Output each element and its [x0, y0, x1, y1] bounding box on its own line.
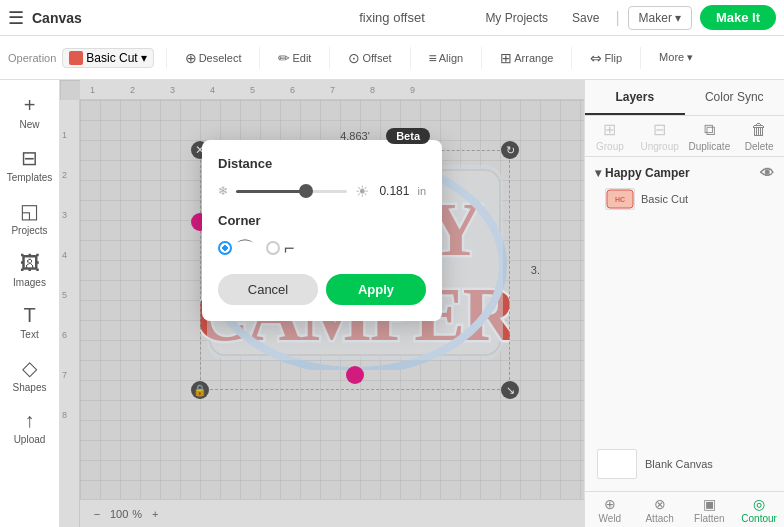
right-panel: Layers Color Sync ⊞ Group ⊟ Ungroup ⧉ Du…: [584, 80, 784, 527]
operation-group: Operation Basic Cut ▾: [8, 48, 167, 68]
arrange-group: ⊞ Arrange: [494, 47, 572, 69]
offset-dialog: Beta Distance ❄ ☀ 0.181 in Corner ⌒: [202, 140, 442, 321]
layer-name: Basic Cut: [641, 193, 688, 205]
sidebar-item-shapes[interactable]: ◇ Shapes: [4, 350, 56, 399]
divider: |: [615, 9, 619, 27]
duplicate-button[interactable]: ⧉ Duplicate: [685, 116, 735, 156]
canvas-area[interactable]: 1 2 3 4 5 6 7 8 9 1 2 3 4 5 6 7 8 4.863': [60, 80, 584, 527]
beta-badge: Beta: [386, 128, 430, 144]
weld-icon: ⊕: [604, 496, 616, 512]
distance-row: ❄ ☀ 0.181 in: [218, 181, 426, 201]
sidebar-images-label: Images: [13, 277, 46, 288]
more-button[interactable]: More ▾: [653, 48, 699, 67]
flip-group: ⇔ Flip: [584, 47, 641, 69]
more-group: More ▾: [653, 48, 711, 67]
top-bar: ☰ Canvas fixing offset My Projects Save …: [0, 0, 784, 36]
dialog-actions: Cancel Apply: [218, 274, 426, 305]
delete-icon: 🗑: [751, 121, 767, 139]
corner-sharp-radio[interactable]: [266, 241, 280, 255]
group-icon: ⊞: [603, 120, 616, 139]
weld-button[interactable]: ⊕ Weld: [585, 492, 635, 527]
corner-round-radio[interactable]: [218, 241, 232, 255]
blank-canvas-thumbnail: [597, 449, 637, 479]
top-right-actions: My Projects Save | Maker ▾ Make It: [477, 5, 776, 30]
offset-group: ⊙ Offset: [342, 47, 410, 69]
corner-options: ⌒ ⌐: [218, 236, 426, 260]
app-title: Canvas: [32, 10, 82, 26]
maker-button[interactable]: Maker ▾: [628, 6, 692, 30]
sidebar-projects-label: Projects: [11, 225, 47, 236]
menu-icon[interactable]: ☰: [8, 7, 24, 29]
flatten-button[interactable]: ▣ Flatten: [685, 492, 735, 527]
layer-item-basic-cut[interactable]: HC Basic Cut: [589, 185, 780, 213]
sidebar-item-templates[interactable]: ⊟ Templates: [4, 140, 56, 189]
doc-title[interactable]: fixing offset: [359, 10, 425, 25]
sidebar-item-upload[interactable]: ↑ Upload: [4, 403, 56, 451]
distance-slider[interactable]: [236, 190, 347, 193]
sidebar-item-images[interactable]: 🖼 Images: [4, 246, 56, 294]
sidebar-item-new[interactable]: + New: [4, 88, 56, 136]
offset-button[interactable]: ⊙ Offset: [342, 47, 397, 69]
sidebar-templates-label: Templates: [7, 172, 53, 183]
apply-button[interactable]: Apply: [326, 274, 426, 305]
images-icon: 🖼: [20, 252, 40, 275]
sidebar-upload-label: Upload: [14, 434, 46, 445]
panel-tabs: Layers Color Sync: [585, 80, 784, 116]
distance-unit: in: [417, 185, 426, 197]
projects-icon: ◱: [20, 199, 39, 223]
ungroup-button[interactable]: ⊟ Ungroup: [635, 116, 685, 156]
left-sidebar: + New ⊟ Templates ◱ Projects 🖼 Images T …: [0, 80, 60, 527]
sidebar-item-projects[interactable]: ◱ Projects: [4, 193, 56, 242]
attach-icon: ⊗: [654, 496, 666, 512]
edit-group: ✏ Edit: [272, 47, 330, 69]
flip-button[interactable]: ⇔ Flip: [584, 47, 628, 69]
distance-slider-container: [236, 181, 347, 201]
duplicate-icon: ⧉: [704, 121, 715, 139]
layer-group-header[interactable]: ▾ Happy Camper 👁: [589, 161, 780, 185]
distance-value: 0.181: [377, 184, 409, 198]
align-group: ≡ Align: [423, 47, 483, 69]
my-projects-button[interactable]: My Projects: [477, 7, 556, 29]
max-distance-icon: ☀: [355, 182, 369, 201]
blank-canvas-label: Blank Canvas: [645, 458, 713, 470]
contour-icon: ◎: [753, 496, 765, 512]
corner-sharp-option[interactable]: ⌐: [266, 238, 295, 259]
chevron-icon: ▾: [595, 166, 601, 180]
flatten-icon: ▣: [703, 496, 716, 512]
align-button[interactable]: ≡ Align: [423, 47, 470, 69]
eye-icon[interactable]: 👁: [760, 165, 774, 181]
operation-label: Operation: [8, 52, 56, 64]
save-button[interactable]: Save: [564, 7, 607, 29]
blank-canvas-area: Blank Canvas: [585, 437, 784, 491]
delete-button[interactable]: 🗑 Delete: [734, 116, 784, 156]
corner-round-option[interactable]: ⌒: [218, 236, 254, 260]
min-distance-icon: ❄: [218, 184, 228, 198]
group-button[interactable]: ⊞ Group: [585, 116, 635, 156]
corner-round-shape: ⌒: [236, 236, 254, 260]
templates-icon: ⊟: [21, 146, 38, 170]
operation-select[interactable]: Basic Cut ▾: [62, 48, 153, 68]
cancel-button[interactable]: Cancel: [218, 274, 318, 305]
contour-button[interactable]: ◎ Contour: [734, 492, 784, 527]
layer-group-name: Happy Camper: [605, 166, 690, 180]
make-it-button[interactable]: Make It: [700, 5, 776, 30]
sidebar-text-label: Text: [20, 329, 38, 340]
ungroup-icon: ⊟: [653, 120, 666, 139]
sidebar-new-label: New: [19, 119, 39, 130]
deselect-button[interactable]: ⊕ Deselect: [179, 47, 248, 69]
corner-label: Corner: [218, 213, 426, 228]
upload-icon: ↑: [25, 409, 35, 432]
sidebar-item-text[interactable]: T Text: [4, 298, 56, 346]
blank-canvas-item: Blank Canvas: [593, 445, 776, 483]
panel-bottom-tools: ⊕ Weld ⊗ Attach ▣ Flatten ◎ Contour: [585, 491, 784, 527]
operation-color: [69, 51, 83, 65]
sidebar-shapes-label: Shapes: [13, 382, 47, 393]
attach-button[interactable]: ⊗ Attach: [635, 492, 685, 527]
panel-actions: ⊞ Group ⊟ Ungroup ⧉ Duplicate 🗑 Delete: [585, 116, 784, 157]
edit-button[interactable]: ✏ Edit: [272, 47, 317, 69]
arrange-button[interactable]: ⊞ Arrange: [494, 47, 559, 69]
corner-sharp-shape: ⌐: [284, 238, 295, 259]
shapes-icon: ◇: [22, 356, 37, 380]
tab-layers[interactable]: Layers: [585, 80, 685, 115]
tab-color-sync[interactable]: Color Sync: [685, 80, 785, 115]
